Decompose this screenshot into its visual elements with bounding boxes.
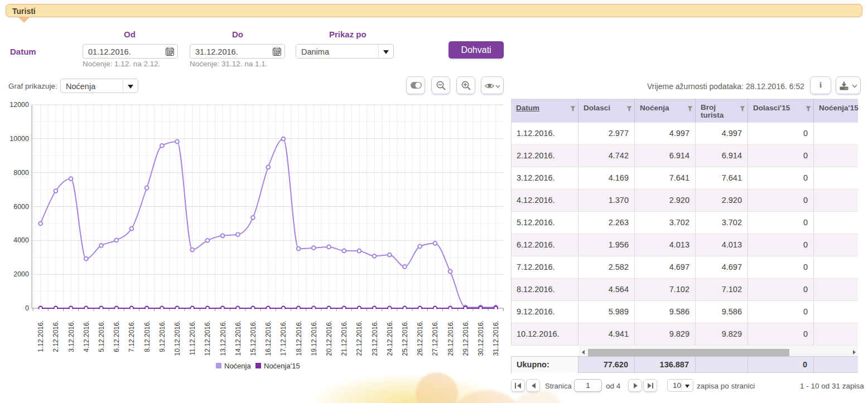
svg-text:21.12.2016.: 21.12.2016. [340, 321, 348, 356]
svg-text:29.12.2016.: 29.12.2016. [462, 321, 470, 356]
svg-text:8000: 8000 [13, 169, 29, 177]
svg-text:16.12.2016.: 16.12.2016. [264, 321, 272, 356]
svg-text:10000: 10000 [9, 135, 29, 143]
svg-text:4000: 4000 [13, 236, 29, 244]
svg-text:15.12.2016.: 15.12.2016. [249, 321, 257, 356]
svg-text:19.12.2016.: 19.12.2016. [310, 321, 318, 356]
svg-text:8.12.2016.: 8.12.2016. [143, 321, 151, 352]
svg-text:1.12.2016.: 1.12.2016. [37, 321, 45, 352]
svg-text:18.12.2016.: 18.12.2016. [295, 321, 303, 356]
svg-text:25.12.2016.: 25.12.2016. [401, 321, 409, 356]
svg-text:23.12.2016.: 23.12.2016. [371, 321, 379, 356]
svg-text:2000: 2000 [13, 270, 29, 278]
svg-text:10.12.2016.: 10.12.2016. [173, 321, 181, 356]
svg-text:6.12.2016.: 6.12.2016. [113, 321, 120, 352]
svg-text:24.12.2016.: 24.12.2016. [386, 321, 394, 356]
svg-text:13.12.2016.: 13.12.2016. [219, 321, 227, 356]
svg-text:6000: 6000 [13, 203, 29, 211]
svg-text:22.12.2016.: 22.12.2016. [355, 321, 363, 356]
svg-text:Noćenja: Noćenja [224, 362, 251, 370]
svg-text:3.12.2016.: 3.12.2016. [67, 321, 75, 352]
svg-text:31.12.2016.: 31.12.2016. [492, 321, 500, 356]
svg-text:2.12.2016.: 2.12.2016. [52, 321, 60, 352]
svg-text:30.12.2016.: 30.12.2016. [477, 321, 485, 356]
svg-text:12.12.2016.: 12.12.2016. [204, 321, 211, 356]
svg-text:0: 0 [25, 304, 29, 312]
svg-text:20.12.2016.: 20.12.2016. [325, 321, 333, 356]
svg-text:7.12.2016.: 7.12.2016. [128, 321, 136, 352]
svg-text:11.12.2016.: 11.12.2016. [189, 321, 196, 356]
svg-text:28.12.2016.: 28.12.2016. [447, 321, 455, 356]
svg-text:17.12.2016.: 17.12.2016. [279, 321, 287, 356]
svg-text:12000: 12000 [9, 101, 29, 109]
svg-text:4.12.2016.: 4.12.2016. [83, 321, 90, 352]
svg-text:27.12.2016.: 27.12.2016. [431, 321, 439, 356]
svg-text:9.12.2016.: 9.12.2016. [158, 321, 166, 352]
svg-text:Noćenja'15: Noćenja'15 [264, 362, 300, 370]
svg-text:14.12.2016.: 14.12.2016. [234, 321, 242, 356]
svg-text:26.12.2016.: 26.12.2016. [416, 321, 424, 356]
svg-text:5.12.2016.: 5.12.2016. [98, 321, 105, 352]
